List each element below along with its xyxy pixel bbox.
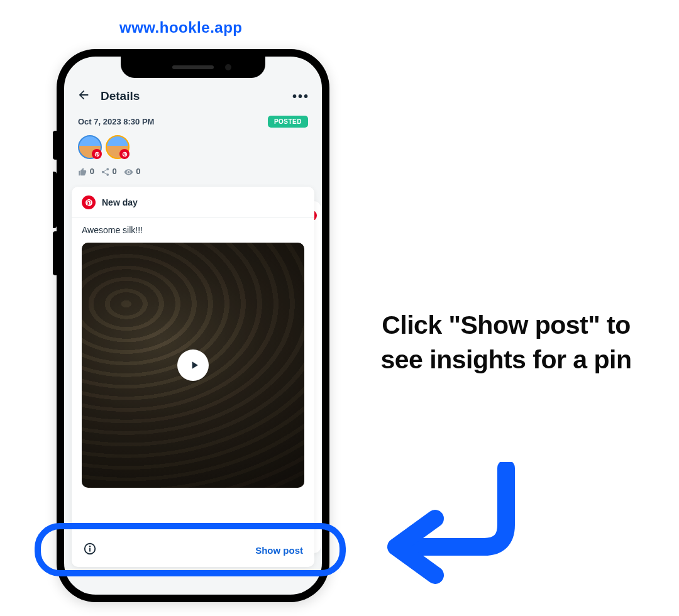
account-avatar[interactable] <box>78 135 102 159</box>
eye-icon <box>123 167 134 177</box>
annotation-arrow-icon <box>384 462 522 588</box>
post-metrics: 0 0 0 <box>78 167 308 177</box>
phone-screen: Details ••• Oct 7, 2023 8:30 PM POSTED <box>64 57 322 595</box>
post-card: New day Awesome silk!!! Show post <box>72 187 314 567</box>
page-title: Details <box>101 89 140 103</box>
thumbs-up-icon <box>78 167 87 177</box>
account-avatars <box>78 135 308 159</box>
side-button-mute <box>53 131 57 160</box>
status-badge: POSTED <box>268 116 308 128</box>
annotation-instruction: Click "Show post" to see insights for a … <box>358 308 654 378</box>
account-avatar[interactable] <box>106 135 130 159</box>
shares-metric: 0 <box>101 167 117 177</box>
post-meta: Oct 7, 2023 8:30 PM POSTED 0 0 0 <box>64 104 322 177</box>
card-title: New day <box>102 197 138 207</box>
back-button[interactable] <box>77 88 91 104</box>
annotation-url: www.hookle.app <box>119 19 242 36</box>
play-icon <box>188 359 201 371</box>
pinterest-badge-icon <box>119 149 130 159</box>
phone-frame: Details ••• Oct 7, 2023 8:30 PM POSTED <box>57 49 329 602</box>
share-icon <box>101 167 110 177</box>
pinterest-badge-icon <box>92 149 102 159</box>
canvas: www.hookle.app Details ••• Oct <box>0 0 679 616</box>
post-text: Awesome silk!!! <box>82 225 304 235</box>
post-timestamp: Oct 7, 2023 8:30 PM <box>78 117 154 126</box>
highlight-rectangle <box>35 523 346 576</box>
likes-metric: 0 <box>78 167 94 177</box>
play-button[interactable] <box>177 349 209 381</box>
pinterest-icon <box>82 195 96 209</box>
side-button-power <box>53 172 57 228</box>
phone-notch <box>121 57 265 78</box>
back-arrow-icon <box>77 88 91 102</box>
views-metric: 0 <box>123 167 141 177</box>
side-button-vol-down <box>53 231 57 275</box>
post-media-video[interactable] <box>82 243 304 488</box>
